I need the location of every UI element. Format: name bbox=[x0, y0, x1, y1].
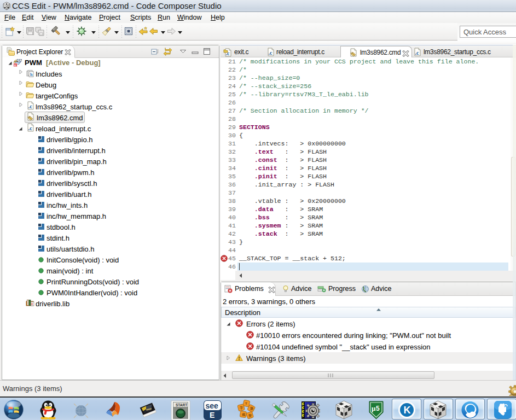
svg-text:K: K bbox=[404, 405, 411, 416]
svg-text:游: 游 bbox=[250, 406, 253, 411]
svg-text:µ: µ bbox=[372, 404, 376, 412]
svg-text:字: 字 bbox=[240, 406, 243, 410]
svg-text:see: see bbox=[206, 401, 219, 410]
svg-text:5: 5 bbox=[376, 405, 380, 412]
svg-text:START: START bbox=[176, 403, 187, 407]
svg-text:E: E bbox=[210, 411, 214, 419]
svg-text:T: T bbox=[245, 402, 247, 405]
svg-text:戏: 戏 bbox=[241, 413, 245, 416]
svg-text:安: 安 bbox=[248, 413, 252, 417]
